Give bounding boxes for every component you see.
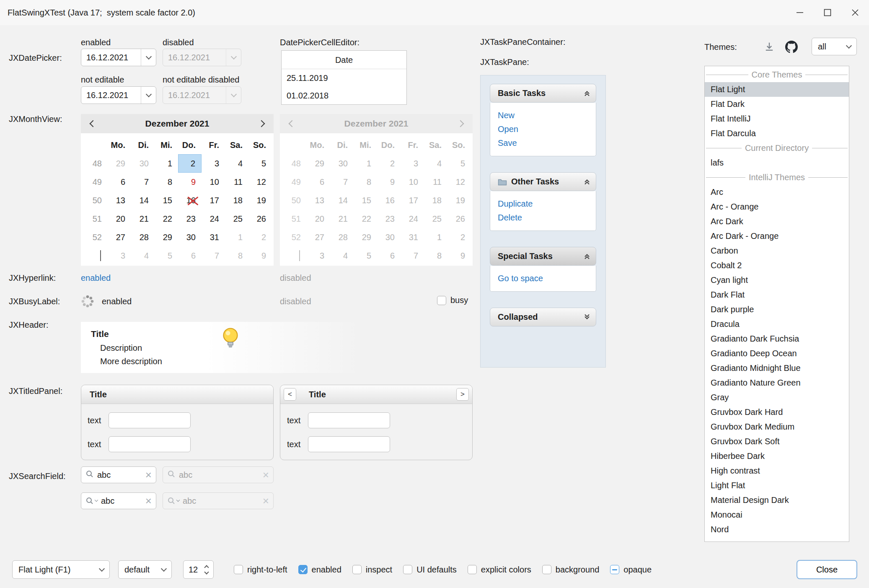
calendar-day[interactable]: 14: [131, 191, 155, 210]
theme-item[interactable]: Arc - Orange: [705, 199, 849, 214]
calendar-day[interactable]: 28: [131, 228, 155, 246]
checkbox-explicit-colors[interactable]: explicit colors: [468, 565, 531, 575]
theme-item[interactable]: High contrast: [705, 464, 849, 478]
checkbox-box[interactable]: [298, 565, 308, 574]
download-icon[interactable]: [763, 40, 775, 53]
theme-item[interactable]: Arc Dark - Orange: [705, 229, 849, 243]
taskpane-link[interactable]: Go to space: [490, 272, 596, 285]
checkbox-opaque[interactable]: opaque: [610, 565, 652, 575]
calendar-day[interactable]: 4: [131, 246, 155, 265]
expand-chevrons-icon[interactable]: [583, 313, 591, 321]
magnifier-menu-icon[interactable]: [85, 497, 98, 505]
calendar-day[interactable]: 8: [155, 173, 178, 191]
checkbox-box[interactable]: [437, 296, 446, 305]
table-cell[interactable]: 01.02.2018: [282, 87, 406, 104]
collapse-chevrons-icon[interactable]: [583, 178, 591, 185]
panel-right-button[interactable]: >: [456, 388, 469, 401]
calendar-day[interactable]: 19: [248, 191, 272, 210]
x-clear-icon[interactable]: ×: [145, 469, 152, 480]
taskpane-title-collapsed[interactable]: Collapsed: [490, 308, 596, 326]
text-field[interactable]: [109, 436, 191, 452]
checkbox-right-to-left[interactable]: right-to-left: [234, 565, 287, 575]
taskpane-title-special-tasks[interactable]: Special Tasks: [490, 247, 596, 266]
calendar-day[interactable]: 7: [202, 246, 225, 265]
hyperlink-enabled[interactable]: enabled: [81, 272, 111, 283]
collapse-chevrons-icon[interactable]: [583, 253, 591, 260]
calendar-day[interactable]: 7: [131, 173, 155, 191]
calendar-day[interactable]: 30: [131, 154, 155, 173]
theme-item[interactable]: Flat Dark: [705, 97, 849, 111]
font-size-spinner[interactable]: 12: [183, 560, 214, 579]
table-cell[interactable]: 25.11.2019: [282, 69, 406, 87]
checkbox-box[interactable]: [610, 565, 619, 574]
search-field-menu-enabled[interactable]: abc ×: [81, 492, 156, 509]
calendar-day[interactable]: 27: [108, 228, 131, 246]
theme-item[interactable]: Flat Light: [705, 82, 849, 97]
font-combo[interactable]: default: [118, 560, 172, 579]
calendar-day[interactable]: 30: [178, 228, 202, 246]
panel-left-button[interactable]: <: [284, 388, 296, 401]
text-field[interactable]: [308, 412, 390, 428]
calendar-day[interactable]: 22: [155, 210, 178, 228]
checkbox-enabled[interactable]: enabled: [298, 565, 341, 575]
text-field[interactable]: [109, 412, 191, 428]
calendar-day[interactable]: 3: [202, 154, 225, 173]
calendar-day[interactable]: 9: [178, 173, 202, 191]
calendar-day[interactable]: 2: [248, 228, 272, 246]
theme-item[interactable]: Gradianto Dark Fuchsia: [705, 332, 849, 346]
theme-item[interactable]: Dark purple: [705, 302, 849, 317]
calendar-day[interactable]: 6: [108, 173, 131, 191]
calendar-day[interactable]: 23: [178, 210, 202, 228]
calendar-day[interactable]: 9: [248, 246, 272, 265]
taskpane-link[interactable]: Duplicate: [490, 197, 596, 211]
calendar-day[interactable]: 15: [155, 191, 178, 210]
theme-item[interactable]: Flat IntelliJ: [705, 111, 849, 126]
checkbox-box[interactable]: [403, 565, 412, 574]
theme-item[interactable]: Hiberbee Dark: [705, 449, 849, 464]
taskpane-title-basic-tasks[interactable]: Basic Tasks: [490, 84, 596, 103]
calendar-day[interactable]: 26: [248, 210, 272, 228]
calendar-day[interactable]: 6: [178, 246, 202, 265]
calendar-day[interactable]: 12: [248, 173, 272, 191]
calendar-day[interactable]: 29: [108, 154, 131, 173]
next-month-icon[interactable]: [256, 121, 267, 126]
search-input[interactable]: abc: [101, 496, 142, 506]
theme-item[interactable]: lafs: [705, 155, 849, 170]
calendar-day[interactable]: 11: [225, 173, 248, 191]
theme-item[interactable]: Gruvbox Dark Medium: [705, 420, 849, 434]
taskpane-link[interactable]: New: [490, 109, 596, 122]
calendar-day[interactable]: 24: [202, 210, 225, 228]
theme-item[interactable]: Gradianto Midnight Blue: [705, 361, 849, 376]
taskpane-title-other-tasks[interactable]: Other Tasks: [490, 172, 596, 191]
theme-item[interactable]: Gruvbox Dark Soft: [705, 434, 849, 449]
spinner-down-ic[interactable]: [204, 570, 209, 574]
checkbox-inspect[interactable]: inspect: [352, 565, 392, 575]
laf-combo[interactable]: Flat Light (F1): [12, 560, 110, 579]
taskpane-link[interactable]: Delete: [490, 211, 596, 225]
close-button[interactable]: [841, 0, 869, 25]
theme-item[interactable]: Arc: [705, 185, 849, 199]
calendar-day[interactable]: 13: [108, 191, 131, 210]
theme-item[interactable]: Gruvbox Dark Hard: [705, 405, 849, 420]
theme-item[interactable]: Flat Darcula: [705, 126, 849, 141]
theme-item[interactable]: Material Design Dark: [705, 493, 849, 508]
spinner-up-icon[interactable]: [204, 565, 209, 570]
taskpane-link[interactable]: Open: [490, 122, 596, 136]
prev-month-icon[interactable]: [88, 121, 98, 126]
search-input[interactable]: abc: [97, 470, 142, 480]
theme-item[interactable]: Monocai: [705, 508, 849, 522]
calendar-day[interactable]: 3: [108, 246, 131, 265]
theme-item[interactable]: Arc Dark: [705, 214, 849, 229]
calendar-day[interactable]: 18: [225, 191, 248, 210]
checkbox-box[interactable]: [352, 565, 362, 574]
calendar-day[interactable]: 10: [202, 173, 225, 191]
theme-item[interactable]: Carbon: [705, 243, 849, 258]
calendar-day[interactable]: 16: [178, 191, 202, 210]
theme-item[interactable]: Gray: [705, 390, 849, 405]
calendar-day[interactable]: 2: [178, 154, 202, 173]
datepicker-enabled[interactable]: 16.12.2021: [81, 49, 156, 66]
datepicker-dropdown-button[interactable]: [141, 49, 156, 66]
checkbox-box[interactable]: [234, 565, 243, 574]
checkbox-box[interactable]: [542, 565, 551, 574]
search-field-enabled[interactable]: abc ×: [81, 466, 156, 483]
